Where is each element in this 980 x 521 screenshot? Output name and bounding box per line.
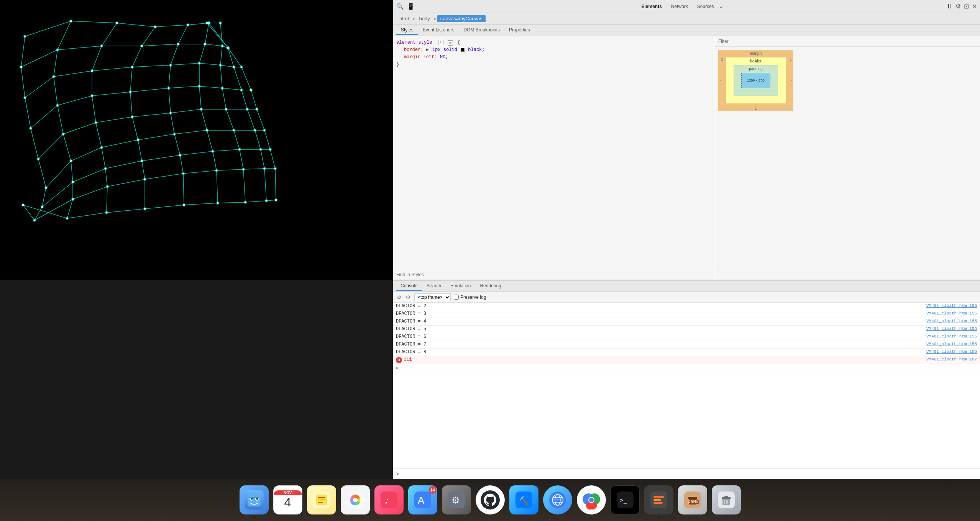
margin-left-outer: -1: [720, 57, 723, 62]
dock-item-xcode[interactable]: 🔨: [509, 485, 539, 515]
find-in-styles: [393, 269, 715, 280]
console-source-5[interactable]: VM401_cloath.htm:155: [926, 342, 977, 346]
svg-rect-10: [318, 500, 325, 500]
border-top-val: 1: [755, 58, 757, 62]
dock-item-calendar[interactable]: NOV 4: [272, 485, 303, 515]
console-text-4: DFACTOR = 6: [396, 334, 923, 339]
more-tabs-button[interactable]: »: [720, 4, 723, 9]
css-color-swatch[interactable]: [461, 48, 465, 52]
devtools-toolbar: 🔍 📱 Elements Network Sources » ⏸ ⚙ ⊡ ✕: [393, 0, 980, 13]
devtools-panel: 🔍 📱 Elements Network Sources » ⏸ ⚙ ⊡ ✕ h…: [393, 0, 980, 280]
console-tab-emulation[interactable]: Emulation: [446, 282, 475, 291]
css-grid-icon[interactable]: ⊞: [448, 40, 453, 46]
margin-right-outer: 1: [790, 57, 792, 62]
close-icon[interactable]: ✕: [972, 3, 977, 10]
svg-text:🔨: 🔨: [519, 496, 529, 506]
pause-icon[interactable]: ⏸: [946, 3, 952, 10]
dock-item-github[interactable]: [475, 485, 506, 515]
dock-item-notes[interactable]: [306, 485, 337, 515]
dock-item-music[interactable]: ♪: [374, 485, 404, 515]
chrome-dot: [591, 517, 592, 518]
svg-point-4: [251, 498, 253, 500]
calendar-month: NOV: [274, 490, 302, 495]
dock-icon[interactable]: ⊡: [964, 3, 969, 10]
console-entry-4: DFACTOR = 6 VM401_cloath.htm:155: [393, 333, 980, 341]
tab-network[interactable]: Network: [668, 2, 691, 11]
dock-item-mail[interactable]: [542, 485, 573, 515]
sysprefs-icon: ⚙: [442, 485, 471, 514]
breadcrumb-canvas[interactable]: canvas#myCanvas: [437, 15, 486, 22]
styles-content: element.style + ⊞ { border: ▶ 1px solid …: [393, 36, 715, 269]
dock-item-chrome[interactable]: [576, 485, 607, 515]
dock-item-appstore[interactable]: A 14: [407, 485, 438, 515]
console-prompt-input[interactable]: [402, 471, 977, 477]
console-arrow: ▶: [396, 365, 399, 371]
music-icon: ♪: [374, 485, 404, 514]
css-property-margin: margin-left:: [404, 54, 437, 60]
appstore-badge: 14: [429, 486, 437, 494]
settings-icon[interactable]: ⚙: [955, 3, 961, 10]
svg-text:>_: >_: [620, 496, 627, 504]
css-value-margin: 0%;: [440, 54, 448, 60]
console-text-0: DFACTOR = 2: [396, 303, 923, 309]
console-tab-search[interactable]: Search: [422, 282, 446, 291]
console-source-1[interactable]: VM401_cloath.htm:155: [926, 311, 977, 316]
dock-item-sublime[interactable]: [643, 485, 674, 515]
tab-dom-breakpoints[interactable]: DOM Breakpoints: [459, 26, 504, 35]
console-source-7[interactable]: VM401_cloath.htm:167: [926, 357, 977, 362]
dock-item-photos[interactable]: [340, 485, 371, 515]
margin-bottom-outer: 1: [755, 106, 757, 110]
console-tab-rendering[interactable]: Rendering: [475, 282, 506, 291]
computed-area: margin - - - border 1 1 -1 padding: [715, 36, 980, 280]
finder-icon: [240, 485, 269, 514]
css-selector-line: element.style + ⊞ {: [396, 39, 712, 46]
breadcrumb-body[interactable]: body: [416, 15, 433, 22]
css-triangle-border[interactable]: ▶: [426, 46, 429, 54]
console-filter-icon[interactable]: ⚙: [405, 294, 411, 300]
dock-item-jar[interactable]: JAR: [677, 485, 708, 515]
dock-item-terminal[interactable]: >_: [610, 485, 640, 515]
dock-item-trash[interactable]: [711, 485, 742, 515]
console-entry-6: DFACTOR = 8 VM401_cloath.htm:155: [393, 349, 980, 356]
tab-event-listeners[interactable]: Event Listeners: [418, 26, 459, 35]
frame-selector[interactable]: <top frame>: [414, 293, 451, 301]
console-source-3[interactable]: VM401_cloath.htm:155: [926, 326, 977, 331]
tab-elements[interactable]: Elements: [638, 2, 665, 11]
tab-sources[interactable]: Sources: [694, 2, 717, 11]
search-icon[interactable]: 🔍: [396, 3, 404, 10]
tab-properties[interactable]: Properties: [504, 26, 535, 35]
find-in-styles-input[interactable]: [396, 272, 712, 277]
console-source-6[interactable]: VM401_cloath.htm:155: [926, 349, 977, 354]
tab-styles[interactable]: Styles: [396, 26, 418, 35]
box-content: 1300 × 700: [741, 73, 770, 88]
svg-rect-48: [726, 500, 727, 504]
console-clear-icon[interactable]: ⊘: [396, 294, 402, 300]
preserve-log-label[interactable]: Preserve log: [454, 295, 486, 300]
dock-item-sysprefs[interactable]: ⚙: [441, 485, 472, 515]
jar-icon: JAR: [678, 485, 707, 514]
devtools-bottom-panel: Console Search Emulation Rendering ⊘ ⚙ <…: [393, 280, 980, 479]
photos-icon: [341, 485, 370, 514]
console-prompt-line: ▶: [393, 364, 980, 372]
notes-icon: [307, 485, 336, 514]
css-add-icon[interactable]: +: [438, 40, 443, 45]
breadcrumb-html[interactable]: html: [396, 15, 412, 22]
console-text-7: 111: [404, 357, 923, 362]
filter-input[interactable]: [718, 39, 977, 44]
css-open-brace: {: [457, 40, 460, 45]
console-entry-2: DFACTOR = 4 VM401_cloath.htm:155: [393, 318, 980, 326]
console-source-4[interactable]: VM401_cloath.htm:155: [926, 334, 977, 339]
console-tab-console[interactable]: Console: [396, 282, 422, 291]
css-margin-property[interactable]: margin-left: 0%;: [404, 54, 712, 61]
dock-item-finder[interactable]: [239, 485, 269, 515]
terminal-icon: >_: [611, 485, 640, 514]
console-source-2[interactable]: VM401_cloath.htm:155: [926, 319, 977, 323]
preserve-log-checkbox[interactable]: [454, 295, 459, 300]
css-border-property[interactable]: border: ▶ 1px solid black;: [404, 46, 712, 54]
padding-label: padding: [749, 67, 763, 71]
mail-icon: [543, 485, 572, 514]
mobile-icon[interactable]: 📱: [407, 3, 415, 10]
svg-rect-11: [318, 502, 323, 503]
console-source-0[interactable]: VM401_cloath.htm:155: [926, 303, 977, 308]
dock: NOV 4: [0, 479, 980, 521]
